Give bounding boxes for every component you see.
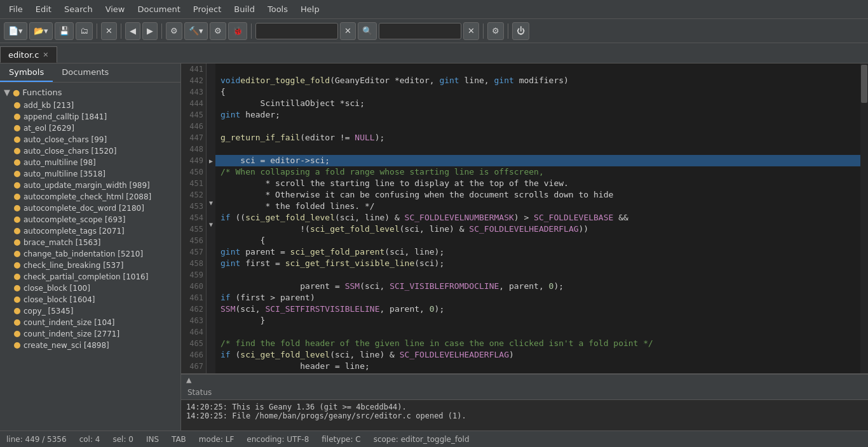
table-row[interactable]: header = line; — [215, 361, 860, 372]
open-button[interactable]: 📂▾ — [29, 22, 53, 40]
list-item[interactable]: close_block [1604] — [0, 294, 180, 305]
list-item[interactable]: copy_ [5345] — [0, 305, 180, 317]
fold-marker[interactable]: ▶ — [207, 156, 215, 167]
menu-project[interactable]: Project — [187, 2, 227, 17]
forward-button[interactable]: ▶ — [142, 22, 158, 40]
build-button[interactable]: 🔨▾ — [184, 22, 208, 40]
list-item[interactable]: create_new_sci [4898] — [0, 340, 180, 351]
function-icon — [14, 171, 20, 177]
tree-root-functions[interactable]: ▼ ● Functions — [0, 85, 180, 100]
menu-file[interactable]: File — [3, 2, 29, 17]
sidebar-tab-documents[interactable]: Documents — [53, 63, 118, 82]
fold-marker — [207, 271, 215, 281]
tab-editor-c[interactable]: editor.c ✕ — [0, 46, 57, 63]
list-item[interactable]: auto_multiline [98] — [0, 157, 180, 168]
compile-button[interactable]: ⚙ — [166, 22, 182, 40]
quit-button[interactable]: ⏻ — [512, 22, 529, 40]
menu-help[interactable]: Help — [294, 2, 326, 17]
table-row[interactable]: gint first = sci_get_first_visible_line(… — [215, 258, 860, 269]
table-row[interactable]: { — [215, 86, 860, 98]
status-message-2: 14:20:25: File /home/ban/progs/geany/src… — [186, 411, 863, 420]
table-row[interactable] — [215, 63, 860, 75]
table-row[interactable]: * Otherwise it can be confusing when the… — [215, 189, 860, 201]
save-all-button[interactable]: 🗂 — [76, 22, 93, 40]
list-item[interactable]: append_calltip [1841] — [0, 111, 180, 123]
search-input[interactable] — [255, 23, 338, 39]
scrollbar-thumb[interactable] — [861, 65, 867, 103]
list-item[interactable]: count_indent_size [104] — [0, 317, 180, 328]
list-item[interactable]: auto_close_chars [1520] — [0, 145, 180, 157]
list-item[interactable]: check_partial_completion [1016] — [0, 271, 180, 283]
table-row[interactable]: { — [215, 235, 860, 246]
code-lines[interactable]: void editor_toggle_fold(GeanyEditor *edi… — [215, 63, 860, 373]
list-item[interactable]: change_tab_indentation [5210] — [0, 248, 180, 260]
table-row[interactable] — [215, 269, 860, 281]
table-row[interactable]: /* find the fold header of the given lin… — [215, 338, 860, 349]
table-row[interactable]: gint header; — [215, 109, 860, 121]
list-item[interactable]: auto_update_margin_width [989] — [0, 180, 180, 191]
sidebar-tab-symbols[interactable]: Symbols — [0, 63, 53, 82]
table-row[interactable]: g_return_if_fail(editor != NULL); — [215, 132, 860, 143]
fold-gutter: ▶▼▼ — [207, 63, 215, 373]
function-icon — [14, 262, 20, 269]
table-row[interactable]: } — [215, 315, 860, 326]
list-item[interactable]: close_block [100] — [0, 283, 180, 294]
table-row[interactable]: if (first > parent) — [215, 292, 860, 304]
table-row[interactable]: gint parent = sci_get_fold_parent(sci, l… — [215, 246, 860, 258]
table-row[interactable]: ScintillaObject *sci; — [215, 98, 860, 109]
prefs-button[interactable]: ⚙ — [487, 22, 504, 40]
table-row[interactable]: * the folded lines. */ — [215, 201, 860, 212]
menu-search[interactable]: Search — [58, 2, 99, 17]
list-item[interactable]: check_line_breaking [537] — [0, 260, 180, 271]
close-button[interactable]: ✕ — [101, 22, 117, 40]
search2-clear-button[interactable]: ✕ — [463, 22, 479, 40]
menu-document[interactable]: Document — [131, 2, 186, 17]
new-button[interactable]: 📄▾ — [4, 22, 27, 40]
list-item[interactable]: add_kb [213] — [0, 100, 180, 111]
table-row[interactable] — [215, 326, 860, 338]
fold-marker[interactable]: ▼ — [207, 219, 215, 230]
vertical-scrollbar[interactable] — [860, 63, 868, 373]
menu-view[interactable]: View — [99, 2, 132, 17]
list-item[interactable]: count_indent_size [2771] — [0, 328, 180, 340]
table-row[interactable]: void editor_toggle_fold(GeanyEditor *edi… — [215, 75, 860, 86]
tab-close-icon[interactable]: ✕ — [43, 51, 48, 59]
table-row[interactable]: !(sci_get_fold_level(sci, line) & SC_FOL… — [215, 223, 860, 235]
table-row[interactable]: * scroll the starting line to display at… — [215, 178, 860, 189]
menubar: File Edit Search View Document Project B… — [0, 0, 868, 19]
list-item[interactable]: autocomplete_scope [693] — [0, 214, 180, 225]
table-row[interactable]: parent = SSM(sci, SCI_VISIBLEFROMDOCLINE… — [215, 281, 860, 292]
menu-tools[interactable]: Tools — [261, 2, 294, 17]
table-row[interactable] — [215, 121, 860, 132]
back-button[interactable]: ◀ — [125, 22, 140, 40]
table-row[interactable]: sci = editor->sci; — [215, 155, 860, 166]
fold-marker — [207, 209, 215, 219]
table-row[interactable] — [215, 143, 860, 155]
table-row[interactable]: if (sci_get_fold_level(sci, line) & SC_F… — [215, 349, 860, 361]
table-row[interactable]: SSM(sci, SCI_SETFIRSTVISIBLELINE, parent… — [215, 304, 860, 315]
fold-marker — [207, 333, 215, 343]
bottom-toggle-button[interactable]: ▲ — [186, 376, 191, 384]
search2-input[interactable] — [379, 23, 461, 39]
menu-edit[interactable]: Edit — [29, 2, 58, 17]
list-item[interactable]: brace_match [1563] — [0, 237, 180, 248]
status-label: Status — [187, 388, 212, 397]
search-go-button[interactable]: 🔍 — [358, 22, 377, 40]
fold-marker[interactable]: ▼ — [207, 197, 215, 209]
list-item[interactable]: autocomplete_doc_word [2180] — [0, 203, 180, 214]
run-button[interactable]: ⚙ — [210, 22, 226, 40]
save-button[interactable]: 💾 — [55, 22, 74, 40]
search-clear-button[interactable]: ✕ — [340, 22, 356, 40]
debug-button[interactable]: 🐞 — [228, 22, 247, 40]
fold-marker — [207, 230, 215, 241]
table-row[interactable]: if ((sci_get_fold_level(sci, line) & SC_… — [215, 212, 860, 223]
menu-build[interactable]: Build — [227, 2, 261, 17]
list-item[interactable]: auto_multiline [3518] — [0, 168, 180, 180]
function-icon — [14, 125, 20, 131]
list-item[interactable]: autocomplete_tags [2071] — [0, 225, 180, 237]
list-item[interactable]: at_eol [2629] — [0, 123, 180, 134]
list-item[interactable]: autocomplete_check_html [2088] — [0, 191, 180, 203]
table-row[interactable]: /* When collapsing a fold range whose st… — [215, 166, 860, 178]
list-item[interactable]: auto_close_chars [99] — [0, 134, 180, 145]
code-container[interactable]: 4414424434444454464474484494504514524534… — [181, 63, 868, 373]
